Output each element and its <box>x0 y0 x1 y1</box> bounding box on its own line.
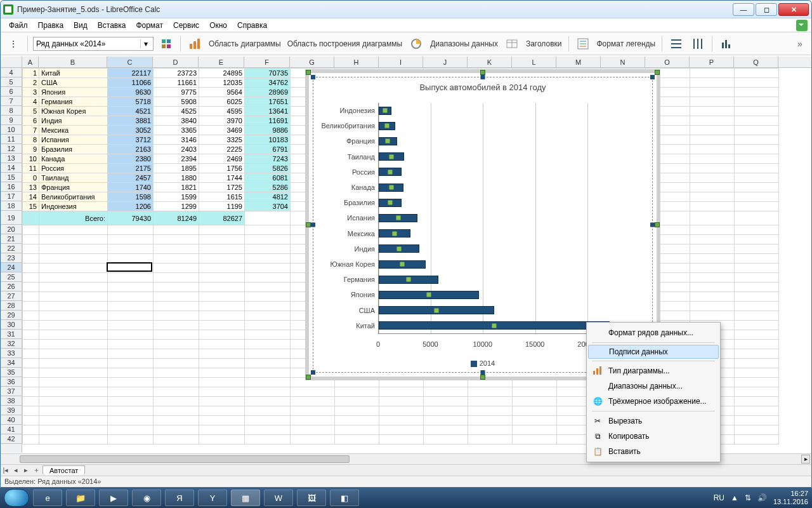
row-header-28[interactable]: 28 <box>1 301 22 311</box>
chart-bar[interactable] <box>379 199 402 207</box>
ctx-copy[interactable]: ⧉Копировать <box>588 429 719 444</box>
tab-add[interactable]: ＋ <box>31 465 41 475</box>
menu-help[interactable]: Справка <box>233 20 272 31</box>
ctx-three-d[interactable]: 🌐Трёхмерное изображение... <box>588 394 719 409</box>
row-header-18[interactable]: 18 <box>1 201 22 211</box>
row-header-31[interactable]: 31 <box>1 330 22 339</box>
ctx-cut[interactable]: ✂Вырезать <box>588 413 719 429</box>
select-all-corner[interactable] <box>1 57 22 67</box>
column-header-D[interactable]: D <box>153 57 199 67</box>
menu-view[interactable]: Вид <box>69 20 92 31</box>
chart-bar[interactable] <box>379 137 397 145</box>
update-icon[interactable] <box>796 20 808 31</box>
column-header-G[interactable]: G <box>290 57 334 67</box>
column-header-F[interactable]: F <box>244 57 290 67</box>
column-header-J[interactable]: J <box>423 57 468 67</box>
menu-edit[interactable]: Правка <box>34 20 69 31</box>
row-header-35[interactable]: 35 <box>1 368 22 377</box>
column-header-L[interactable]: L <box>512 57 556 67</box>
row-header-20[interactable]: 20 <box>1 225 22 234</box>
menu-format[interactable]: Формат <box>131 20 167 31</box>
row-header-10[interactable]: 10 <box>1 125 22 135</box>
taskbar-app-red[interactable]: ◧ <box>330 490 359 506</box>
chart-bar[interactable] <box>379 168 402 176</box>
row-header-12[interactable]: 12 <box>1 144 22 154</box>
chart-title[interactable]: Выпуск автомобилей в 2014 году <box>313 77 652 95</box>
ctx-paste[interactable]: 📋Вставить <box>588 444 719 459</box>
row-header-17[interactable]: 17 <box>1 192 22 201</box>
menu-window[interactable]: Окно <box>205 20 232 31</box>
menu-file[interactable]: Файл <box>4 20 32 31</box>
chart-bar[interactable] <box>379 321 610 330</box>
row-header-29[interactable]: 29 <box>1 311 22 320</box>
window-close-button[interactable]: ✕ <box>778 3 809 16</box>
column-header-Q[interactable]: Q <box>734 57 778 67</box>
taskbar-app-chrome[interactable]: ◉ <box>132 490 161 506</box>
column-headers[interactable]: ABCDEFGHIJKLMNOPQ <box>1 57 811 68</box>
chart-bar[interactable] <box>379 214 417 222</box>
chart-bar[interactable] <box>379 276 438 284</box>
chart-bar[interactable] <box>379 107 391 115</box>
ctx-data-ranges[interactable]: Диапазоны данных... <box>588 378 719 394</box>
row-header-4[interactable]: 4 <box>1 68 22 77</box>
row-header-16[interactable]: 16 <box>1 182 22 192</box>
row-header-19[interactable]: 19 <box>1 211 22 225</box>
row-header-8[interactable]: 8 <box>1 106 22 116</box>
toolbar-overflow-icon[interactable]: » <box>797 39 808 49</box>
column-header-C[interactable]: C <box>107 57 153 67</box>
tray-lang[interactable]: RU <box>714 493 724 502</box>
row-header-9[interactable]: 9 <box>1 116 22 125</box>
row-header-21[interactable]: 21 <box>1 234 22 244</box>
chart-bar[interactable] <box>379 184 403 192</box>
grid-h-icon[interactable] <box>667 35 685 53</box>
chart-bars[interactable]: ИндонезияВеликобританияФранцияТаиландРос… <box>378 103 639 334</box>
system-tray[interactable]: RU ▲ ⇅ 🔊 16:27 13.11.2016 <box>714 490 808 506</box>
window-maximize-button[interactable]: ◻ <box>756 3 777 16</box>
tray-clock[interactable]: 16:27 13.11.2016 <box>773 490 808 506</box>
scroll-right-icon[interactable]: ▸ <box>801 455 810 464</box>
row-header-27[interactable]: 27 <box>1 291 22 301</box>
taskbar-app-word[interactable]: W <box>264 490 293 506</box>
taskbar-app-pictures[interactable]: 🖼 <box>297 490 326 506</box>
row-header-38[interactable]: 38 <box>1 396 22 406</box>
row-header-30[interactable]: 30 <box>1 320 22 330</box>
column-header-O[interactable]: O <box>645 57 690 67</box>
grid-v-icon[interactable] <box>689 35 707 53</box>
column-header-H[interactable]: H <box>334 57 379 67</box>
row-header-37[interactable]: 37 <box>1 387 22 396</box>
column-header-E[interactable]: E <box>199 57 244 67</box>
row-header-42[interactable]: 42 <box>1 434 22 444</box>
column-header-N[interactable]: N <box>601 57 645 67</box>
row-header-15[interactable]: 15 <box>1 173 22 182</box>
legend-toggle-icon[interactable] <box>574 35 592 53</box>
taskbar-app-yandex[interactable]: Я <box>165 490 194 506</box>
row-header-6[interactable]: 6 <box>1 87 22 97</box>
chevron-down-icon[interactable]: ▾ <box>140 39 150 48</box>
row-header-24[interactable]: 24 <box>1 263 22 272</box>
row-header-25[interactable]: 25 <box>1 272 22 282</box>
row-header-11[interactable]: 11 <box>1 135 22 144</box>
tray-flag-icon[interactable]: ▲ <box>731 493 738 502</box>
ctx-chart-type[interactable]: Тип диаграммы... <box>588 363 719 378</box>
taskbar-app-explorer[interactable]: 📁 <box>66 490 95 506</box>
row-headers[interactable]: 4567891011121314151617181920212223242526… <box>1 68 22 453</box>
sheet-tab-1[interactable]: Автостат <box>43 465 85 475</box>
row-header-40[interactable]: 40 <box>1 415 22 425</box>
taskbar-app-ie[interactable]: e <box>33 490 62 506</box>
tray-volume-icon[interactable]: 🔊 <box>757 493 767 502</box>
chart-element-combo[interactable]: Ряд данных «2014» ▾ <box>33 37 154 51</box>
tray-network-icon[interactable]: ⇅ <box>745 493 751 502</box>
row-header-5[interactable]: 5 <box>1 77 22 87</box>
chart-bar[interactable] <box>379 291 479 299</box>
menu-insert[interactable]: Вставка <box>93 20 131 31</box>
taskbar-app-media[interactable]: ▶ <box>99 490 128 506</box>
toolbar-handle-icon[interactable]: ⋮ <box>4 35 22 53</box>
row-header-34[interactable]: 34 <box>1 358 22 368</box>
chart-bar[interactable] <box>379 229 410 237</box>
taskbar-app-calc[interactable]: ▦ <box>231 490 260 506</box>
chart-wall-icon[interactable] <box>407 35 425 53</box>
row-header-23[interactable]: 23 <box>1 253 22 263</box>
column-header-B[interactable]: B <box>39 57 107 67</box>
taskbar-app-browser[interactable]: Y <box>198 490 227 506</box>
row-header-33[interactable]: 33 <box>1 349 22 358</box>
